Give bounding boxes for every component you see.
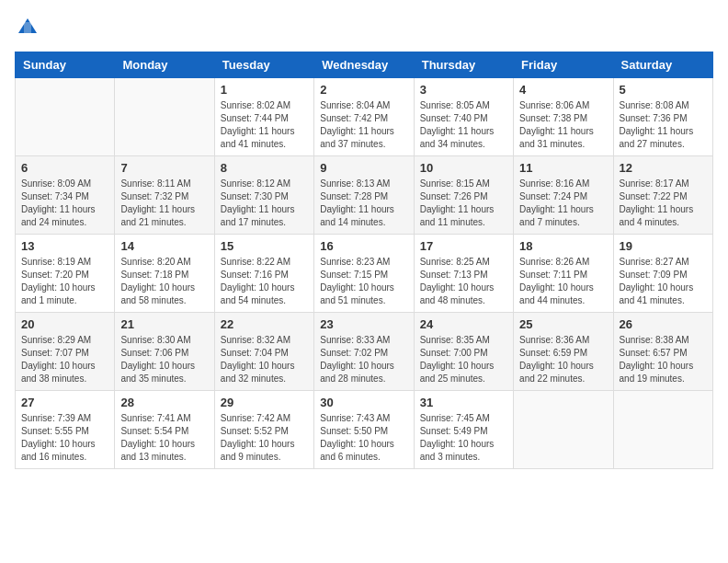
day-number: 30 [320,396,407,409]
calendar-row: 27Sunrise: 7:39 AMSunset: 5:55 PMDayligh… [16,391,713,469]
day-number: 17 [420,239,507,253]
day-number: 24 [420,317,507,331]
day-info: Sunrise: 8:27 AMSunset: 7:09 PMDaylight:… [620,256,707,307]
day-info: Sunrise: 8:38 AMSunset: 6:57 PMDaylight:… [620,334,707,385]
calendar-cell: 15Sunrise: 8:22 AMSunset: 7:16 PMDayligh… [214,235,313,313]
day-number: 2 [320,83,407,97]
day-info: Sunrise: 8:22 AMSunset: 7:16 PMDaylight:… [221,256,308,307]
day-info: Sunrise: 8:08 AMSunset: 7:36 PMDaylight:… [620,99,707,151]
day-number: 29 [221,396,308,409]
calendar-cell: 25Sunrise: 8:36 AMSunset: 6:59 PMDayligh… [514,313,613,391]
calendar-cell: 13Sunrise: 8:19 AMSunset: 7:20 PMDayligh… [16,235,115,313]
day-number: 28 [120,396,208,409]
day-number: 18 [519,239,607,253]
calendar-cell: 14Sunrise: 8:20 AMSunset: 7:18 PMDayligh… [115,235,214,313]
day-number: 8 [221,161,308,175]
calendar-row: 13Sunrise: 8:19 AMSunset: 7:20 PMDayligh… [16,235,713,313]
calendar-table: SundayMondayTuesdayWednesdayThursdayFrid… [15,52,713,469]
calendar-cell: 17Sunrise: 8:25 AMSunset: 7:13 PMDayligh… [414,235,513,313]
calendar-cell [613,391,712,469]
calendar-cell: 9Sunrise: 8:13 AMSunset: 7:28 PMDaylight… [314,156,414,235]
calendar-day-header: Monday [115,52,214,78]
calendar-row: 20Sunrise: 8:29 AMSunset: 7:07 PMDayligh… [16,313,713,391]
calendar-cell: 26Sunrise: 8:38 AMSunset: 6:57 PMDayligh… [613,313,712,391]
calendar-day-header: Wednesday [314,52,414,78]
calendar-day-header: Thursday [414,52,513,78]
day-info: Sunrise: 8:13 AMSunset: 7:28 PMDaylight:… [320,178,407,229]
calendar-cell: 3Sunrise: 8:05 AMSunset: 7:40 PMDaylight… [414,78,513,156]
day-info: Sunrise: 8:19 AMSunset: 7:20 PMDaylight:… [21,256,108,307]
calendar-cell: 5Sunrise: 8:08 AMSunset: 7:36 PMDaylight… [613,78,712,156]
calendar-cell: 8Sunrise: 8:12 AMSunset: 7:30 PMDaylight… [214,156,313,235]
calendar-cell: 27Sunrise: 7:39 AMSunset: 5:55 PMDayligh… [16,391,115,469]
calendar-cell: 11Sunrise: 8:16 AMSunset: 7:24 PMDayligh… [514,156,613,235]
day-number: 5 [620,83,707,97]
day-info: Sunrise: 7:39 AMSunset: 5:55 PMDaylight:… [21,412,108,464]
page-header [15,15,713,40]
calendar-cell: 1Sunrise: 8:02 AMSunset: 7:44 PMDaylight… [214,78,313,156]
calendar-cell [115,78,214,156]
day-number: 4 [519,83,607,97]
calendar-cell: 4Sunrise: 8:06 AMSunset: 7:38 PMDaylight… [514,78,613,156]
calendar-day-header: Sunday [16,52,115,78]
day-number: 19 [620,239,707,253]
calendar-cell: 18Sunrise: 8:26 AMSunset: 7:11 PMDayligh… [514,235,613,313]
day-info: Sunrise: 8:12 AMSunset: 7:30 PMDaylight:… [221,178,308,229]
calendar-cell: 19Sunrise: 8:27 AMSunset: 7:09 PMDayligh… [613,235,712,313]
day-number: 26 [620,317,707,331]
svg-rect-2 [24,22,31,33]
day-number: 21 [120,317,208,331]
day-number: 27 [21,396,108,409]
day-number: 20 [21,317,108,331]
day-number: 12 [620,161,707,175]
calendar-header-row: SundayMondayTuesdayWednesdayThursdayFrid… [16,52,713,78]
calendar-day-header: Friday [514,52,613,78]
calendar-cell: 12Sunrise: 8:17 AMSunset: 7:22 PMDayligh… [613,156,712,235]
logo-icon [15,15,40,40]
day-info: Sunrise: 8:26 AMSunset: 7:11 PMDaylight:… [519,256,607,307]
day-number: 16 [320,239,407,253]
day-number: 22 [221,317,308,331]
day-info: Sunrise: 8:11 AMSunset: 7:32 PMDaylight:… [120,178,208,229]
day-info: Sunrise: 8:23 AMSunset: 7:15 PMDaylight:… [320,256,407,307]
day-info: Sunrise: 7:41 AMSunset: 5:54 PMDaylight:… [120,412,208,464]
day-info: Sunrise: 7:42 AMSunset: 5:52 PMDaylight:… [221,412,308,464]
calendar-cell: 7Sunrise: 8:11 AMSunset: 7:32 PMDaylight… [115,156,214,235]
calendar-cell [514,391,613,469]
day-number: 6 [21,161,108,175]
day-info: Sunrise: 8:29 AMSunset: 7:07 PMDaylight:… [21,334,108,385]
day-info: Sunrise: 8:02 AMSunset: 7:44 PMDaylight:… [221,99,308,151]
day-info: Sunrise: 8:04 AMSunset: 7:42 PMDaylight:… [320,99,407,151]
day-info: Sunrise: 8:06 AMSunset: 7:38 PMDaylight:… [519,99,607,151]
day-info: Sunrise: 8:25 AMSunset: 7:13 PMDaylight:… [420,256,507,307]
calendar-cell: 31Sunrise: 7:45 AMSunset: 5:49 PMDayligh… [414,391,513,469]
calendar-row: 6Sunrise: 8:09 AMSunset: 7:34 PMDaylight… [16,156,713,235]
day-info: Sunrise: 7:43 AMSunset: 5:50 PMDaylight:… [320,412,407,464]
calendar-cell: 21Sunrise: 8:30 AMSunset: 7:06 PMDayligh… [115,313,214,391]
calendar-cell: 2Sunrise: 8:04 AMSunset: 7:42 PMDaylight… [314,78,414,156]
day-info: Sunrise: 8:35 AMSunset: 7:00 PMDaylight:… [420,334,507,385]
day-number: 31 [420,396,507,409]
logo [15,15,44,40]
day-number: 3 [420,83,507,97]
calendar-cell: 29Sunrise: 7:42 AMSunset: 5:52 PMDayligh… [214,391,313,469]
calendar-cell: 16Sunrise: 8:23 AMSunset: 7:15 PMDayligh… [314,235,414,313]
calendar-row: 1Sunrise: 8:02 AMSunset: 7:44 PMDaylight… [16,78,713,156]
day-number: 13 [21,239,108,253]
day-info: Sunrise: 8:33 AMSunset: 7:02 PMDaylight:… [320,334,407,385]
calendar-cell: 24Sunrise: 8:35 AMSunset: 7:00 PMDayligh… [414,313,513,391]
day-number: 15 [221,239,308,253]
day-info: Sunrise: 7:45 AMSunset: 5:49 PMDaylight:… [420,412,507,464]
day-info: Sunrise: 8:36 AMSunset: 6:59 PMDaylight:… [519,334,607,385]
day-info: Sunrise: 8:09 AMSunset: 7:34 PMDaylight:… [21,178,108,229]
day-number: 14 [120,239,208,253]
day-info: Sunrise: 8:17 AMSunset: 7:22 PMDaylight:… [620,178,707,229]
calendar-header: SundayMondayTuesdayWednesdayThursdayFrid… [16,52,713,78]
calendar-cell [16,78,115,156]
day-number: 9 [320,161,407,175]
day-number: 23 [320,317,407,331]
calendar-cell: 10Sunrise: 8:15 AMSunset: 7:26 PMDayligh… [414,156,513,235]
calendar-body: 1Sunrise: 8:02 AMSunset: 7:44 PMDaylight… [16,78,713,469]
day-info: Sunrise: 8:15 AMSunset: 7:26 PMDaylight:… [420,178,507,229]
day-info: Sunrise: 8:32 AMSunset: 7:04 PMDaylight:… [221,334,308,385]
